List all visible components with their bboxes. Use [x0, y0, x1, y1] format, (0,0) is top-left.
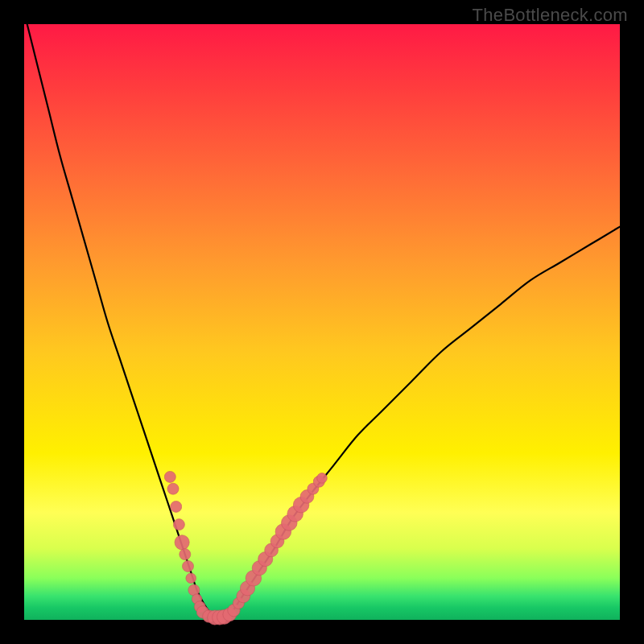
data-marker	[167, 483, 179, 494]
data-marker	[186, 573, 196, 584]
plot-area	[24, 24, 620, 620]
data-marker	[164, 471, 175, 482]
data-marker	[183, 560, 194, 572]
curve-markers	[164, 471, 327, 625]
data-marker	[175, 535, 189, 550]
data-marker	[171, 501, 182, 512]
bottleneck-curve	[24, 12, 620, 617]
chart-frame: TheBottleneck.com	[0, 0, 644, 644]
data-marker	[173, 519, 184, 530]
watermark-text: TheBottleneck.com	[473, 5, 628, 26]
data-marker	[317, 473, 328, 484]
chart-svg	[24, 24, 620, 620]
data-marker	[180, 549, 191, 560]
